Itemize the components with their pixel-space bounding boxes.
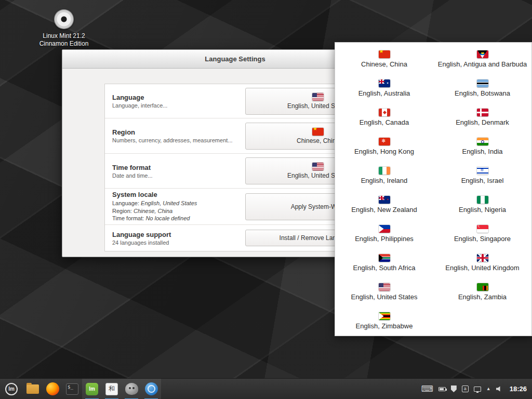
firefox-icon xyxy=(46,382,59,395)
language-option[interactable]: English, Denmark xyxy=(433,103,531,132)
mint-logo-icon: lm xyxy=(5,383,18,395)
flag-nigeria-icon xyxy=(477,196,488,204)
terminal-icon: $_ xyxy=(66,383,78,395)
language-settings-icon: 和 xyxy=(105,383,118,395)
language-option[interactable]: English, South Africa xyxy=(335,248,433,277)
language-option[interactable]: English, Zambia xyxy=(433,277,531,307)
flag-zambia-icon xyxy=(477,283,488,291)
language-option[interactable]: English, New Zealand xyxy=(335,190,433,219)
flag-india-icon xyxy=(477,138,488,145)
flag-philippines-icon xyxy=(379,225,390,233)
flag-china-icon xyxy=(379,50,390,58)
language-option[interactable]: English, India xyxy=(433,132,531,161)
folder-icon xyxy=(26,384,39,394)
language-support-row-title: Language support xyxy=(112,231,171,238)
flag-south-africa-icon xyxy=(379,254,390,262)
flag-united-states-icon xyxy=(379,283,390,291)
taskbar: lm $_ lm 和 ⌨ a ▲ 18:26 xyxy=(0,378,532,399)
desktop-icon-linux-mint-installer[interactable]: Linux Mint 21.2 Cinnamon Edition xyxy=(32,9,96,48)
language-settings-window-button[interactable]: 和 xyxy=(102,379,122,399)
language-option[interactable]: English, Antigua and Barbuda xyxy=(433,45,531,74)
language-option[interactable]: English, Botswana xyxy=(433,74,531,103)
flag-australia-icon xyxy=(379,79,390,87)
language-option[interactable]: English, Singapore xyxy=(433,219,531,248)
firefox-launcher[interactable] xyxy=(43,379,62,399)
mint-installer-window-button[interactable]: lm xyxy=(82,379,102,399)
flag-ireland-icon xyxy=(379,167,390,175)
time-format-row-title: Time format xyxy=(112,164,153,171)
language-option[interactable]: English, Zimbabwe xyxy=(335,307,433,336)
language-selection-popup: Chinese, China English, Antigua and Barb… xyxy=(335,42,532,336)
language-row-title: Language xyxy=(112,94,167,101)
language-row-subtitle: Language, interface... xyxy=(112,102,167,109)
keyboard-layout-icon[interactable]: ⌨ xyxy=(421,385,433,393)
software-manager-window-button[interactable] xyxy=(141,379,161,399)
flag-united-states-icon xyxy=(312,163,324,170)
file-manager-launcher[interactable] xyxy=(23,379,43,399)
language-option[interactable]: English, United States xyxy=(335,277,433,307)
system-locale-row-title: System locale xyxy=(112,191,197,198)
terminal-launcher[interactable]: $_ xyxy=(62,379,82,399)
install-disc-icon xyxy=(54,9,74,29)
desktop-icon-label: Linux Mint 21.2 Cinnamon Edition xyxy=(39,32,89,48)
software-manager-icon xyxy=(145,382,158,395)
window-title: Language Settings xyxy=(205,55,265,63)
flag-united-kingdom-icon xyxy=(477,254,488,262)
flag-new-zealand-icon xyxy=(379,196,390,204)
network-icon[interactable] xyxy=(474,387,481,392)
system-locale-language-line: Language: English, United States xyxy=(112,200,197,207)
gimp-window-button[interactable] xyxy=(122,379,141,399)
flag-hong-kong-icon xyxy=(379,138,390,145)
flag-canada-icon xyxy=(379,109,390,116)
gimp-icon xyxy=(125,383,138,395)
clock[interactable]: 18:26 xyxy=(510,385,527,393)
language-option[interactable]: English, Canada xyxy=(335,103,433,132)
language-option[interactable]: English, Australia xyxy=(335,74,433,103)
language-option[interactable]: English, Israel xyxy=(433,161,531,190)
flag-united-states-icon xyxy=(312,93,324,101)
system-locale-region-line: Region: Chinese, China xyxy=(112,207,197,215)
language-option[interactable]: English, Hong Kong xyxy=(335,132,433,161)
flag-antigua-and-barbuda-icon xyxy=(477,50,488,58)
volume-icon[interactable] xyxy=(496,386,502,392)
system-locale-time-line: Time format: No locale defined xyxy=(112,215,197,222)
mint-menu-button[interactable]: lm xyxy=(0,379,23,399)
battery-icon[interactable] xyxy=(438,387,446,391)
language-option[interactable]: English, United Kingdom xyxy=(433,248,531,277)
input-method-icon[interactable]: a xyxy=(462,385,469,392)
flag-singapore-icon xyxy=(477,225,488,233)
language-option[interactable]: English, Philippines xyxy=(335,219,433,248)
mint-installer-icon: lm xyxy=(86,383,98,395)
flag-china-icon xyxy=(312,128,324,136)
time-format-row-subtitle: Date and time... xyxy=(112,172,153,179)
language-option[interactable]: Chinese, China xyxy=(335,45,433,74)
flag-zimbabwe-icon xyxy=(379,312,390,320)
flag-israel-icon xyxy=(477,167,488,175)
tray-expand-icon[interactable]: ▲ xyxy=(486,387,491,391)
language-option[interactable]: English, Ireland xyxy=(335,161,433,190)
flag-denmark-icon xyxy=(477,109,488,116)
system-tray: ⌨ a ▲ 18:26 xyxy=(421,385,532,393)
language-support-row-subtitle: 24 languages installed xyxy=(112,240,171,246)
region-row-subtitle: Numbers, currency, addresses, measuremen… xyxy=(112,137,233,143)
flag-botswana-icon xyxy=(477,79,488,87)
region-row-title: Region xyxy=(112,128,233,136)
language-option[interactable]: English, Nigeria xyxy=(433,190,531,219)
region-picker-label: Chinese, China xyxy=(297,137,339,144)
shield-icon[interactable] xyxy=(451,385,457,392)
